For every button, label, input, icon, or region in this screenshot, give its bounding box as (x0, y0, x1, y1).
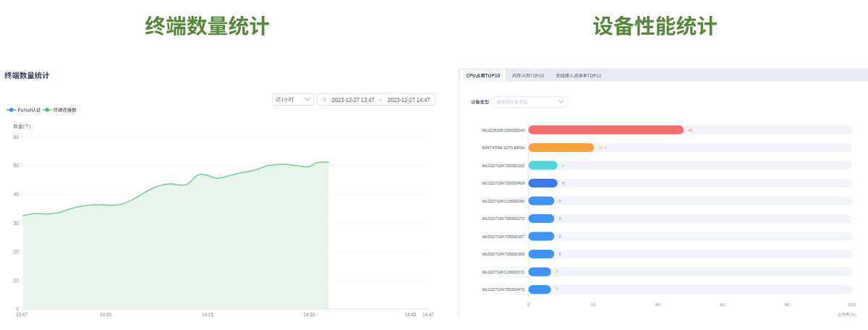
svg-text:80: 80 (785, 302, 790, 307)
svg-text:WL022710K725000102: WL022710K725000102 (482, 163, 525, 168)
svg-text:50: 50 (13, 163, 19, 168)
svg-text:14:00: 14:00 (100, 312, 111, 317)
svg-text:14:45: 14:45 (404, 312, 416, 317)
svg-text:WL022710K725000307: WL022710K725000307 (482, 234, 525, 239)
svg-text:-: - (380, 97, 382, 103)
svg-text:20: 20 (590, 302, 595, 307)
svg-text:2023-12-27 14:47: 2023-12-27 14:47 (388, 97, 430, 103)
svg-text:10: 10 (13, 278, 19, 283)
svg-text:14:30: 14:30 (304, 312, 315, 317)
svg-text:100: 100 (848, 302, 856, 307)
svg-text:0: 0 (527, 302, 530, 307)
svg-text:14:47: 14:47 (422, 312, 434, 317)
svg-text:WL023610KC06000043: WL023610KC06000043 (482, 127, 525, 132)
svg-text:WL022710KC18000280: WL022710KC18000280 (482, 198, 525, 203)
svg-text:6047-FF96-1070-EF0A: 6047-FF96-1070-EF0A (482, 145, 525, 150)
svg-text:40: 40 (13, 192, 19, 197)
svg-text:2023-12-27 13:47: 2023-12-27 13:47 (332, 97, 375, 103)
svg-text:20: 20 (13, 249, 19, 254)
svg-text:WL022710K725000470: WL022710K725000470 (482, 287, 525, 292)
svg-text:13:47: 13:47 (16, 312, 27, 317)
svg-text:WL022710K725000272: WL022710K725000272 (482, 216, 525, 221)
svg-text:40: 40 (655, 302, 660, 307)
svg-text:48: 48 (688, 128, 693, 132)
svg-text:20.3: 20.3 (598, 145, 607, 150)
svg-text:60: 60 (13, 135, 19, 140)
svg-text:60: 60 (720, 302, 725, 307)
svg-text:14:15: 14:15 (202, 312, 213, 317)
svg-text:WL022710K725000369: WL022710K725000369 (482, 251, 525, 256)
svg-text:WL022710KC18000372: WL022710KC18000372 (482, 269, 525, 274)
svg-text:30: 30 (13, 221, 19, 226)
svg-text:WL022710K725000409: WL022710K725000409 (482, 180, 525, 185)
svg-text:0: 0 (16, 306, 19, 311)
